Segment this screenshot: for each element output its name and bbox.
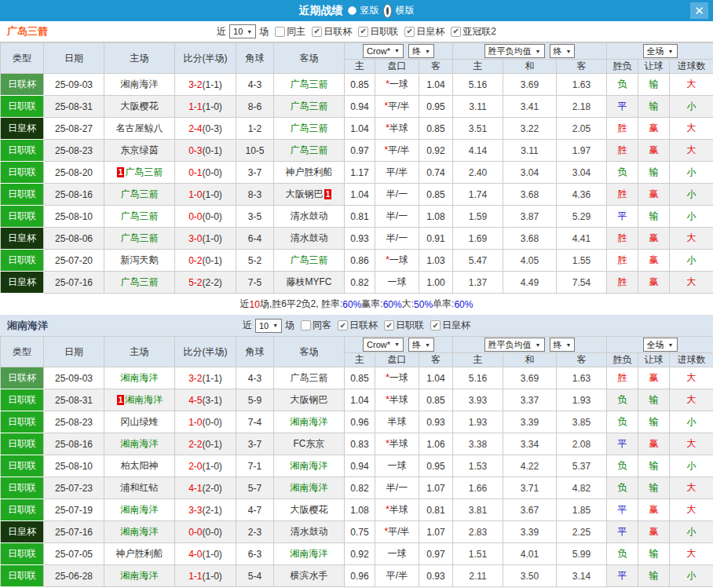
radio-horizontal-icon[interactable]: [383, 4, 392, 18]
radio-vertical-label[interactable]: 竖版: [360, 4, 379, 17]
select-value: 终: [554, 46, 562, 57]
eu-draw-odds: 4.01: [503, 543, 557, 565]
column-header: 主场: [104, 337, 175, 367]
corner-count: 5-9: [236, 389, 274, 411]
match-count-select[interactable]: 10▼: [229, 24, 256, 38]
result-goals: 小: [670, 162, 713, 184]
result-wdl: 负: [607, 477, 638, 499]
checkbox-checked-icon[interactable]: ✔: [338, 320, 348, 331]
corner-count: 4-7: [236, 499, 274, 521]
select-value: 10: [259, 321, 269, 331]
league-badge: 日职联: [1, 389, 44, 411]
match-count-select[interactable]: 10▼: [255, 319, 282, 333]
match-row: 日职联25-07-23浦和红钻4-1(2-0)5-7湘南海洋0.82半/一1.0…: [1, 477, 713, 499]
result-handicap: 输: [638, 389, 670, 411]
ah-away-odds: 1.04: [419, 367, 453, 389]
team-filter-bar: 湘南海洋近10▼场同客✔日联杯✔日职联✔日皇杯: [0, 315, 713, 336]
fulltime-score: 4-1: [188, 483, 202, 494]
result-handicap: 赢: [638, 140, 670, 162]
match-row: 日职联25-07-20新泻天鹅0-2(0-1)5-2广岛三箭0.86*一球1.0…: [1, 250, 713, 272]
halftime-score: (0-0): [203, 211, 222, 222]
match-row: 日皇杯25-08-27名古屋鲸八2-4(0-3)1-2广岛三箭1.04*半球0.…: [1, 118, 713, 140]
result-wdl: 负: [607, 543, 638, 565]
ah-away-odds: 0.91: [419, 228, 453, 250]
checkbox-checked-icon[interactable]: ✔: [430, 320, 441, 331]
league-badge: 日职联: [1, 96, 44, 118]
eu-draw-odds: 3.39: [503, 411, 557, 433]
odds-source-select[interactable]: 全场▼: [643, 44, 678, 58]
fulltime-score: 2-2: [188, 439, 202, 450]
league-filter[interactable]: ✔日职联: [384, 319, 424, 332]
halftime-score: (1-0): [203, 571, 222, 582]
subcolumn-header: 盘口: [375, 353, 419, 367]
ah-line-name: 半/一: [386, 210, 408, 221]
odds-source-select[interactable]: 终▼: [408, 338, 434, 352]
result-handicap: 输: [638, 411, 670, 433]
result-goals: 大: [670, 389, 713, 411]
odds-source-select[interactable]: 胜平负均值▼: [484, 44, 545, 58]
odds-source-select[interactable]: 终▼: [408, 44, 434, 58]
home-team-name: 广岛三箭: [121, 188, 159, 199]
subcolumn-header: 和: [503, 60, 557, 74]
match-date: 25-07-20: [44, 250, 104, 272]
league-filter[interactable]: ✔日联杯: [338, 319, 378, 332]
league-badge: 日职联: [1, 499, 44, 521]
ah-away-odds: 0.95: [419, 96, 453, 118]
radio-vertical-icon[interactable]: [348, 6, 356, 15]
league-filter[interactable]: ✔日职联: [358, 25, 398, 38]
odds-source-select[interactable]: 胜平负均值▼: [484, 338, 545, 352]
league-filter[interactable]: ✔日皇杯: [404, 25, 444, 38]
checkbox-checked-icon[interactable]: ✔: [451, 27, 461, 37]
subcolumn-header: 胜负: [607, 60, 638, 74]
odds-source-select[interactable]: Crow*▼: [363, 338, 404, 352]
eu-draw-odds: 3.11: [503, 140, 557, 162]
select-value: 全场: [647, 46, 664, 57]
checkbox-checked-icon[interactable]: ✔: [384, 320, 394, 331]
checkbox-checked-icon[interactable]: ✔: [312, 27, 322, 37]
odds-source-select[interactable]: 终▼: [550, 44, 576, 58]
home-team: 广岛三箭: [104, 184, 175, 206]
league-badge: 日职联: [1, 565, 44, 587]
home-team: 名古屋鲸八: [104, 118, 175, 140]
same-venue-filter[interactable]: 同客: [301, 319, 331, 332]
checkbox-unchecked-icon[interactable]: [301, 320, 311, 331]
select-value: 全场: [647, 339, 664, 351]
subcolumn-header: 和: [503, 353, 557, 367]
league-filter[interactable]: ✔日联杯: [312, 25, 352, 38]
match-row: 日职联25-07-05神户胜利船4-0(1-0)6-3湘南海洋0.92一球0.9…: [1, 543, 713, 565]
odds-source-select[interactable]: 全场▼: [643, 338, 678, 352]
away-team: 广岛三箭: [274, 250, 345, 272]
eu-away-odds: 3.85: [557, 411, 607, 433]
away-team: FC东京: [274, 433, 345, 455]
home-team-name: 湘南海洋: [121, 438, 159, 449]
corner-count: 7-1: [236, 455, 274, 477]
radio-horizontal-label[interactable]: 横版: [396, 4, 415, 17]
match-row: 日职联25-08-16广岛三箭1-0(1-0)8-3大阪钢巴11.04半/一0.…: [1, 184, 713, 206]
odds-source-select[interactable]: 终▼: [550, 338, 576, 352]
ah-away-odds: 0.97: [419, 543, 453, 565]
odds-source-select[interactable]: Crow*▼: [363, 44, 404, 58]
eu-home-odds: 3.81: [453, 499, 503, 521]
checkbox-checked-icon[interactable]: ✔: [358, 27, 368, 37]
league-filter[interactable]: ✔亚冠联2: [451, 25, 496, 38]
result-wdl: 胜: [607, 184, 638, 206]
league-filter[interactable]: ✔日皇杯: [430, 319, 470, 332]
home-team-name: 湘南海洋: [121, 504, 159, 515]
checkbox-checked-icon[interactable]: ✔: [404, 27, 415, 37]
eu-away-odds: 1.85: [557, 499, 607, 521]
close-icon[interactable]: ✕: [690, 2, 708, 19]
away-team: 藤枝MYFC: [274, 272, 345, 294]
checkbox-unchecked-icon[interactable]: [275, 27, 285, 37]
same-venue-filter[interactable]: 同主: [275, 25, 305, 38]
column-header: 角球: [236, 337, 274, 367]
eu-home-odds: 2.83: [453, 521, 503, 543]
ah-away-odds: 0.85: [419, 389, 453, 411]
fulltime-score: 3-3: [188, 505, 202, 516]
result-handicap: 输: [638, 543, 670, 565]
result-wdl: 负: [607, 74, 638, 96]
ah-line-name: 平/半: [388, 144, 409, 155]
halftime-score: (1-0): [203, 461, 222, 472]
home-team: 湘南海洋: [104, 499, 175, 521]
fulltime-score: 0-2: [188, 255, 202, 266]
home-team: 新泻天鹅: [104, 250, 175, 272]
